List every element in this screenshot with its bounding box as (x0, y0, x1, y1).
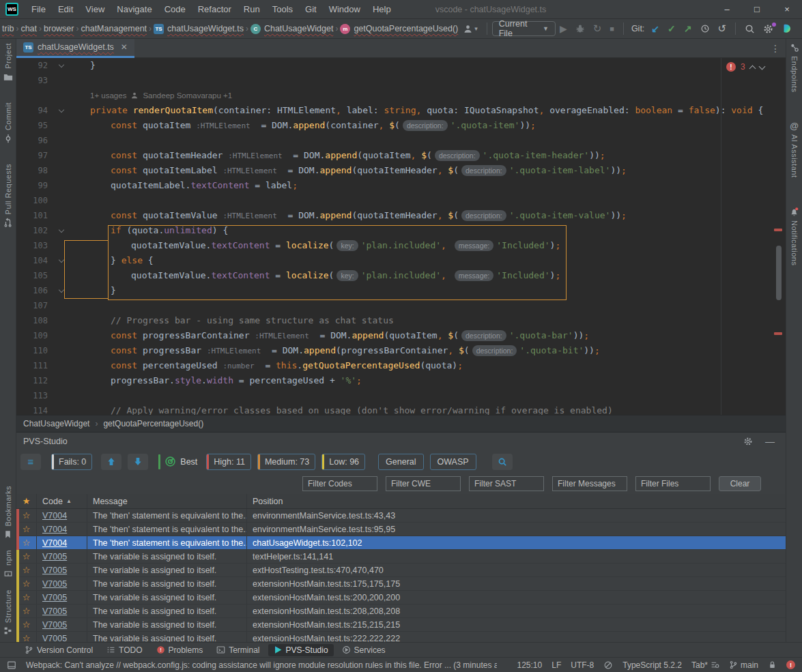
table-row[interactable]: ☆V7004The 'then' statement is equivalent… (16, 536, 786, 550)
code-line[interactable]: 104} else { (16, 253, 786, 268)
rerun-icon[interactable]: ↻ (589, 23, 606, 35)
table-row[interactable]: ☆V7004The 'then' statement is equivalent… (16, 523, 786, 536)
history-clock-icon[interactable] (696, 24, 714, 33)
code-line[interactable]: 114// Apply warning/error classes based … (16, 403, 786, 415)
webstorm-logo-icon[interactable]: WS (5, 3, 18, 16)
breadcrumb-item[interactable]: chatManagement (81, 24, 147, 33)
prev-issue-button[interactable] (101, 454, 121, 470)
star-icon[interactable]: ☆ (16, 564, 37, 576)
table-row[interactable]: ☆V7005The variable is assigned to itself… (16, 564, 786, 577)
star-icon[interactable]: ☆ (16, 618, 37, 631)
breadcrumb-item[interactable]: browser (44, 24, 74, 33)
star-icon[interactable]: ☆ (16, 577, 37, 590)
low-filter-button[interactable]: Low: 96 (321, 454, 365, 470)
panel-settings-gear-icon[interactable] (743, 437, 753, 446)
code-line[interactable]: 111const percentageUsed :number = this.g… (16, 358, 786, 373)
language-version[interactable]: TypeScript 5.2.2 (622, 660, 682, 670)
diagnostic-position[interactable]: extHostTesting.test.ts:470,470,470 (247, 566, 786, 575)
star-icon[interactable]: ☆ (16, 536, 37, 549)
stop-button[interactable]: ■ (605, 25, 618, 33)
pvs-search-button[interactable] (492, 454, 513, 470)
user-icon[interactable]: ▾ (459, 24, 482, 34)
table-row[interactable]: ☆V7005The variable is assigned to itself… (16, 550, 786, 564)
star-icon[interactable]: ☆ (16, 550, 37, 563)
code-line[interactable]: 102if (quota.unlimited) { (16, 223, 786, 238)
layout-toggle-icon[interactable] (7, 660, 16, 670)
tab-chatusagewidget[interactable]: TS chatUsageWidget.ts ✕ (16, 39, 134, 58)
position-column-header[interactable]: Position (247, 497, 786, 506)
next-error-icon[interactable] (758, 63, 765, 70)
menu-run[interactable]: Run (238, 0, 266, 19)
close-tab-icon[interactable]: ✕ (121, 42, 128, 52)
code-line[interactable]: 107 (16, 298, 786, 313)
hide-panel-icon[interactable]: — (765, 436, 775, 447)
run-config-selector[interactable]: Current File▼ (492, 21, 556, 36)
star-icon[interactable]: ☆ (16, 604, 37, 617)
code-line[interactable]: 109const progressBarContainer :HTMLEleme… (16, 328, 786, 343)
table-row[interactable]: ☆V7005The variable is assigned to itself… (16, 591, 786, 604)
tool-stripe-notifications[interactable]: Notifications (789, 207, 799, 265)
fold-icon[interactable] (59, 287, 64, 292)
tool-stripe-commit[interactable]: Commit (3, 102, 13, 143)
menu-view[interactable]: View (79, 0, 111, 19)
menu-refactor[interactable]: Refactor (192, 0, 238, 19)
code-line[interactable]: 97const quotaItemHeader :HTMLElement = D… (16, 148, 786, 163)
settings-gear-icon[interactable] (759, 24, 777, 34)
general-filter-button[interactable]: General (378, 454, 423, 470)
menu-window[interactable]: Window (323, 0, 367, 19)
star-icon[interactable]: ☆ (16, 509, 37, 522)
diagnostic-position[interactable]: extensionHostMain.test.ts:215,215,215 (247, 620, 786, 630)
diagnostic-position[interactable]: textHelper.ts:141,141 (247, 552, 786, 561)
git-commit-check-icon[interactable]: ✓ (663, 23, 680, 34)
diagnostic-position[interactable]: extensionHostMain.test.ts:175,175,175 (247, 579, 786, 589)
breadcrumb-item[interactable]: trib (2, 24, 14, 33)
toolwindow-terminal[interactable]: Terminal (211, 644, 265, 656)
tab-options-icon[interactable]: ⋮ (771, 43, 780, 54)
minimize-button[interactable]: – (712, 0, 742, 19)
code-line[interactable]: 103quotaItemValue.textContent = localize… (16, 238, 786, 253)
git-update-icon[interactable]: ↙ (647, 23, 663, 34)
star-column-header[interactable]: ★ (16, 494, 37, 508)
high-filter-button[interactable]: High: 11 (206, 454, 251, 470)
table-row[interactable]: ☆V7005The variable is assigned to itself… (16, 577, 786, 591)
menu-file[interactable]: File (25, 0, 52, 19)
menu-help[interactable]: Help (367, 0, 397, 19)
code-line[interactable]: 108// Progress bar - using same structur… (16, 313, 786, 328)
editor-scrollbar[interactable] (776, 246, 782, 300)
code-line[interactable]: 98const quotaItemLabel :HTMLElement = DO… (16, 163, 786, 178)
code-line[interactable]: 105quotaItemValue.textContent = localize… (16, 268, 786, 283)
run-button[interactable]: ▶ (556, 23, 571, 34)
tool-stripe-pull-requests[interactable]: Pull Requests (3, 164, 13, 227)
toolwindow-version-control[interactable]: Version Control (19, 644, 98, 656)
star-icon[interactable]: ☆ (16, 632, 37, 642)
code-line[interactable]: 106} (16, 283, 786, 298)
table-row[interactable]: ☆V7005The variable is assigned to itself… (16, 618, 786, 632)
tool-stripe-ai-assistant[interactable]: @AI Assistant (790, 121, 799, 177)
filter-input-cwe[interactable] (386, 476, 461, 491)
code-line[interactable]: 100 (16, 193, 786, 208)
status-message[interactable]: Webpack: Can't analyze // webpack.config… (26, 660, 497, 670)
next-issue-button[interactable] (128, 454, 148, 470)
diagnostic-position[interactable]: extensionHostMain.test.ts:208,208,208 (247, 607, 786, 616)
code-line[interactable]: 101const quotaItemValue :HTMLElement = D… (16, 208, 786, 223)
git-branch[interactable]: main (729, 660, 758, 670)
indent-style[interactable]: Tab* (691, 660, 719, 670)
menu-git[interactable]: Git (299, 0, 323, 19)
code-line[interactable]: 113 (16, 388, 786, 403)
code-line[interactable]: 110const progressBar :HTMLElement = DOM.… (16, 343, 786, 358)
menu-code[interactable]: Code (158, 0, 192, 19)
breadcrumb-method[interactable]: getQuotaPercentageUsed() (103, 419, 203, 428)
fold-icon[interactable] (59, 61, 64, 67)
menu-tools[interactable]: Tools (266, 0, 299, 19)
table-row[interactable]: ☆V7004The 'then' statement is equivalent… (16, 509, 786, 523)
best-warnings-toggle[interactable]: Best (158, 454, 197, 469)
tool-stripe-bookmarks[interactable]: Bookmarks (3, 486, 12, 539)
diagnostic-position[interactable]: chatUsageWidget.ts:102,102 (247, 538, 786, 548)
git-push-icon[interactable]: ↗ (680, 23, 696, 34)
owasp-filter-button[interactable]: OWASP (430, 454, 476, 470)
analysis-error-icon[interactable]: ! (786, 660, 795, 669)
menu-edit[interactable]: Edit (52, 0, 79, 19)
code-line[interactable]: 93 (16, 73, 786, 88)
fold-icon[interactable] (59, 106, 64, 112)
tool-stripe-structure[interactable]: Structure (3, 589, 12, 635)
